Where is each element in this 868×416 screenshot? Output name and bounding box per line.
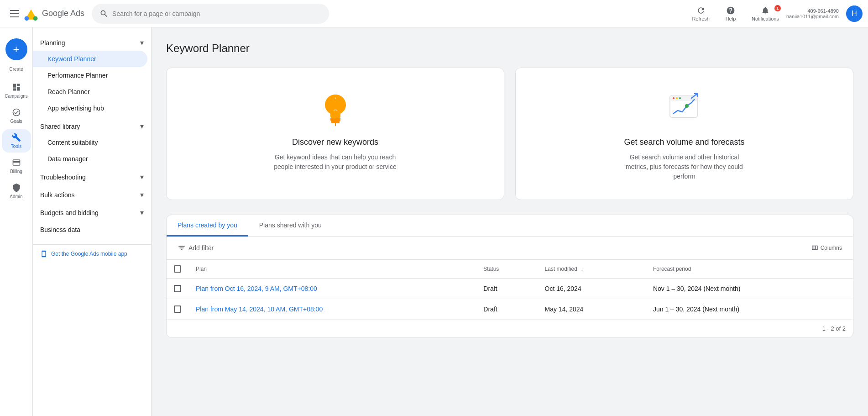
plan-status-0: Draft bbox=[476, 279, 537, 299]
plan-forecast-period-1: Jun 1 – 30, 2024 (Next month) bbox=[646, 299, 853, 320]
svg-point-11 bbox=[679, 97, 681, 99]
icon-sidebar: + Create Campaigns Goals Tools Bil bbox=[0, 27, 33, 416]
sort-icon: ↓ bbox=[580, 266, 583, 272]
admin-label: Admin bbox=[10, 194, 22, 199]
google-ads-logo[interactable]: Google Ads bbox=[24, 6, 84, 21]
plan-link-1[interactable]: Plan from May 14, 2024, 10 AM, GMT+08:00 bbox=[196, 305, 323, 313]
col-header-forecast-period: Forecast period bbox=[646, 260, 853, 279]
plans-tabs: Plans created by you Plans shared with y… bbox=[167, 215, 853, 237]
search-input[interactable] bbox=[112, 10, 321, 17]
mobile-app-link[interactable]: Get the Google Ads mobile app bbox=[33, 244, 151, 263]
filter-button[interactable]: Add filter bbox=[174, 241, 217, 255]
business-data-label: Business data bbox=[40, 226, 80, 233]
table-row: Plan from Oct 16, 2024, 9 AM, GMT+08:00 … bbox=[167, 279, 853, 299]
budgets-bidding-header[interactable]: Budgets and bidding ▾ bbox=[33, 205, 151, 221]
row-checkbox-1[interactable] bbox=[174, 305, 181, 313]
budgets-bidding-chevron: ▾ bbox=[140, 208, 144, 217]
create-label: Create bbox=[9, 67, 23, 72]
google-ads-icon bbox=[24, 6, 38, 21]
plan-status-1: Draft bbox=[476, 299, 537, 320]
nav-right-actions: Refresh Help 1 Notifications 409-661-489… bbox=[686, 4, 863, 23]
nav-item-data-manager[interactable]: Data manager bbox=[33, 151, 147, 167]
planning-section: Planning ▾ Keyword Planner Performance P… bbox=[33, 35, 151, 116]
plans-table: Plan Status Last modified ↓ Forecast per… bbox=[167, 260, 853, 319]
create-plus-icon[interactable]: + bbox=[5, 38, 27, 60]
nav-item-content-suitability[interactable]: Content suitability bbox=[33, 134, 147, 151]
columns-label: Columns bbox=[821, 245, 842, 251]
pagination: 1 - 2 of 2 bbox=[167, 319, 853, 337]
notifications-button[interactable]: 1 Notifications bbox=[746, 4, 784, 23]
plan-forecast-period-0: Nov 1 – 30, 2024 (Next month) bbox=[646, 279, 853, 299]
business-data-header[interactable]: Business data bbox=[33, 222, 151, 237]
menu-button[interactable] bbox=[5, 5, 24, 23]
nav-item-keyword-planner[interactable]: Keyword Planner bbox=[33, 51, 147, 67]
refresh-button[interactable]: Refresh bbox=[686, 4, 715, 23]
account-info[interactable]: 409-661-4890 haniia1011@gmail.com bbox=[786, 8, 839, 19]
col-header-last-modified[interactable]: Last modified ↓ bbox=[538, 260, 646, 279]
select-all-checkbox[interactable] bbox=[174, 265, 181, 273]
notification-badge: 1 bbox=[774, 5, 781, 11]
account-phone: 409-661-4890 bbox=[807, 8, 839, 14]
chart-forecast-icon bbox=[666, 90, 703, 126]
tools-icon bbox=[12, 133, 21, 142]
sidebar-item-campaigns[interactable]: Campaigns bbox=[2, 79, 31, 102]
table-toolbar: Add filter Columns bbox=[167, 237, 853, 260]
refresh-label: Refresh bbox=[692, 16, 710, 21]
search-bar[interactable] bbox=[92, 4, 329, 24]
plan-link-0[interactable]: Plan from Oct 16, 2024, 9 AM, GMT+08:00 bbox=[196, 285, 317, 292]
bulk-actions-header[interactable]: Bulk actions ▾ bbox=[33, 187, 151, 203]
help-label: Help bbox=[726, 16, 736, 21]
tab-plans-shared[interactable]: Plans shared with you bbox=[248, 215, 333, 237]
sidebar-item-tools[interactable]: Tools bbox=[2, 129, 31, 153]
col-header-plan: Plan bbox=[188, 260, 476, 279]
bulk-actions-section: Bulk actions ▾ bbox=[33, 187, 151, 203]
columns-button[interactable]: Columns bbox=[807, 241, 846, 255]
forecast-card-desc: Get search volume and other historical m… bbox=[621, 153, 748, 181]
notifications-label: Notifications bbox=[752, 16, 779, 21]
row-checkbox-0[interactable] bbox=[174, 285, 181, 292]
troubleshooting-section: Troubleshooting ▾ bbox=[33, 169, 151, 185]
shared-library-section: Shared library ▾ Content suitability Dat… bbox=[33, 118, 151, 167]
nav-item-performance-planner[interactable]: Performance Planner bbox=[33, 67, 147, 84]
nav-item-reach-planner[interactable]: Reach Planner bbox=[33, 84, 147, 100]
search-volume-card[interactable]: Get search volume and forecasts Get sear… bbox=[515, 68, 853, 200]
forecast-card-title: Get search volume and forecasts bbox=[624, 137, 744, 147]
create-button[interactable]: + Create bbox=[2, 35, 31, 75]
bulk-actions-chevron: ▾ bbox=[140, 190, 144, 199]
sidebar-item-goals[interactable]: Goals bbox=[2, 104, 31, 127]
planning-label: Planning bbox=[40, 39, 65, 47]
svg-point-1 bbox=[25, 16, 29, 21]
troubleshooting-label: Troubleshooting bbox=[40, 174, 86, 181]
add-filter-label: Add filter bbox=[188, 244, 214, 252]
planning-header[interactable]: Planning ▾ bbox=[33, 35, 151, 51]
shared-library-chevron: ▾ bbox=[140, 122, 144, 131]
nav-item-app-advertising-hub[interactable]: App advertising hub bbox=[33, 100, 147, 116]
discover-card-desc: Get keyword ideas that can help you reac… bbox=[272, 153, 399, 172]
budgets-bidding-section: Budgets and bidding ▾ bbox=[33, 205, 151, 221]
hamburger-icon bbox=[10, 10, 19, 17]
account-avatar[interactable]: H bbox=[846, 5, 863, 22]
filter-icon bbox=[178, 244, 186, 252]
brand-name: Google Ads bbox=[42, 9, 84, 18]
shared-library-header[interactable]: Shared library ▾ bbox=[33, 118, 151, 134]
billing-label: Billing bbox=[10, 169, 22, 174]
business-data-section: Business data bbox=[33, 222, 151, 237]
svg-point-10 bbox=[676, 97, 678, 99]
tab-plans-created[interactable]: Plans created by you bbox=[167, 215, 248, 237]
plan-last-modified-0: Oct 16, 2024 bbox=[538, 279, 646, 299]
troubleshooting-header[interactable]: Troubleshooting ▾ bbox=[33, 169, 151, 185]
help-button[interactable]: Help bbox=[717, 4, 744, 23]
page-title: Keyword Planner bbox=[166, 42, 853, 55]
budgets-bidding-label: Budgets and bidding bbox=[40, 209, 99, 216]
sidebar-item-billing[interactable]: Billing bbox=[2, 154, 31, 178]
refresh-icon bbox=[696, 6, 706, 15]
help-icon bbox=[726, 6, 735, 15]
plans-section: Plans created by you Plans shared with y… bbox=[166, 215, 853, 338]
discover-keywords-card[interactable]: Discover new keywords Get keyword ideas … bbox=[166, 68, 504, 200]
sidebar-item-admin[interactable]: Admin bbox=[2, 179, 31, 203]
lightbulb-icon bbox=[317, 90, 354, 126]
main-content: Keyword Planner Discover new keywords Ge… bbox=[152, 27, 868, 416]
billing-icon bbox=[12, 158, 21, 167]
col-header-status: Status bbox=[476, 260, 537, 279]
svg-point-12 bbox=[685, 104, 689, 108]
